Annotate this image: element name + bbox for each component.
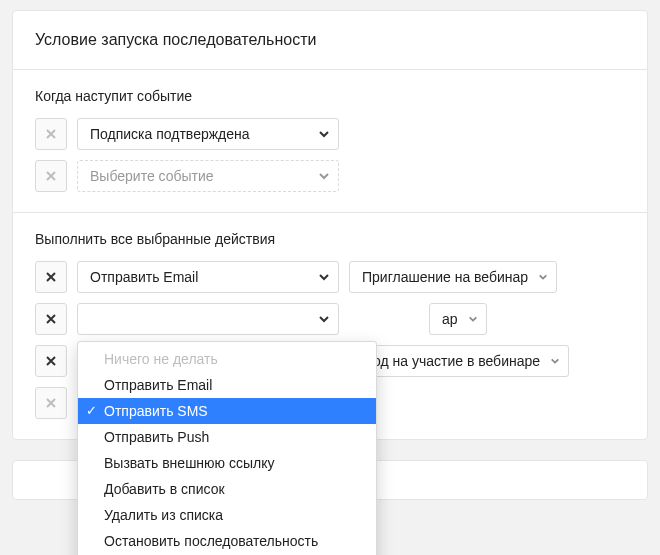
sequence-trigger-card: Условие запуска последовательности Когда… — [12, 10, 648, 440]
actions-label: Выполнить все выбранные действия — [35, 231, 625, 247]
action-param-value: Приглашение на вебинар — [362, 269, 528, 285]
remove-action-button[interactable] — [35, 387, 67, 419]
action-param-value: ар — [442, 311, 458, 327]
action-param-select[interactable]: ар — [429, 303, 487, 335]
remove-event-button[interactable] — [35, 118, 67, 150]
event-select-placeholder[interactable]: Выберите событие — [77, 160, 339, 192]
remove-action-button[interactable] — [35, 261, 67, 293]
action-dropdown: Ничего не делатьОтправить EmailОтправить… — [77, 341, 377, 555]
dropdown-item[interactable]: Отправить SMS — [78, 398, 376, 424]
action-param-value: -код на участие в вебинаре — [362, 353, 540, 369]
dropdown-item: Ничего не делать — [78, 346, 376, 372]
chevron-down-icon — [550, 356, 560, 366]
close-icon — [45, 271, 57, 283]
card-title: Условие запуска последовательности — [13, 11, 647, 70]
action-row: Отправить Email Приглашение на вебинар — [35, 261, 625, 293]
dropdown-item[interactable]: Остановить последовательность — [78, 528, 376, 554]
action-param-select[interactable]: Приглашение на вебинар — [349, 261, 557, 293]
event-select-value: Подписка подтверждена — [90, 126, 250, 142]
dropdown-item[interactable]: Отправить Email — [78, 372, 376, 398]
remove-action-button[interactable] — [35, 303, 67, 335]
event-select-placeholder-text: Выберите событие — [90, 168, 214, 184]
close-icon — [45, 128, 57, 140]
event-row: Выберите событие — [35, 160, 625, 192]
chevron-down-icon — [318, 170, 330, 182]
dropdown-item[interactable]: Вызвать внешнюю ссылку — [78, 450, 376, 476]
action-select[interactable] — [77, 303, 339, 335]
close-icon — [45, 355, 57, 367]
chevron-down-icon — [318, 271, 330, 283]
events-label: Когда наступит событие — [35, 88, 625, 104]
action-row: ар Ничего не делатьОтправить EmailОтправ… — [35, 303, 625, 335]
close-icon — [45, 313, 57, 325]
action-param-select[interactable]: -код на участие в вебинаре — [349, 345, 569, 377]
events-section: Когда наступит событие Подписка подтверж… — [13, 70, 647, 213]
chevron-down-icon — [538, 272, 548, 282]
dropdown-item[interactable]: Отправить Push — [78, 424, 376, 450]
chevron-down-icon — [468, 314, 478, 324]
chevron-down-icon — [318, 128, 330, 140]
remove-event-button[interactable] — [35, 160, 67, 192]
close-icon — [45, 170, 57, 182]
action-select[interactable]: Отправить Email — [77, 261, 339, 293]
dropdown-item[interactable]: Добавить в список — [78, 476, 376, 502]
event-row: Подписка подтверждена — [35, 118, 625, 150]
card-title-text: Условие запуска последовательности — [35, 31, 316, 48]
remove-action-button[interactable] — [35, 345, 67, 377]
dropdown-item[interactable]: Удалить из списка — [78, 502, 376, 528]
actions-section: Выполнить все выбранные действия Отправи… — [13, 213, 647, 439]
chevron-down-icon — [318, 313, 330, 325]
action-select-value: Отправить Email — [90, 269, 198, 285]
close-icon — [45, 397, 57, 409]
event-select[interactable]: Подписка подтверждена — [77, 118, 339, 150]
